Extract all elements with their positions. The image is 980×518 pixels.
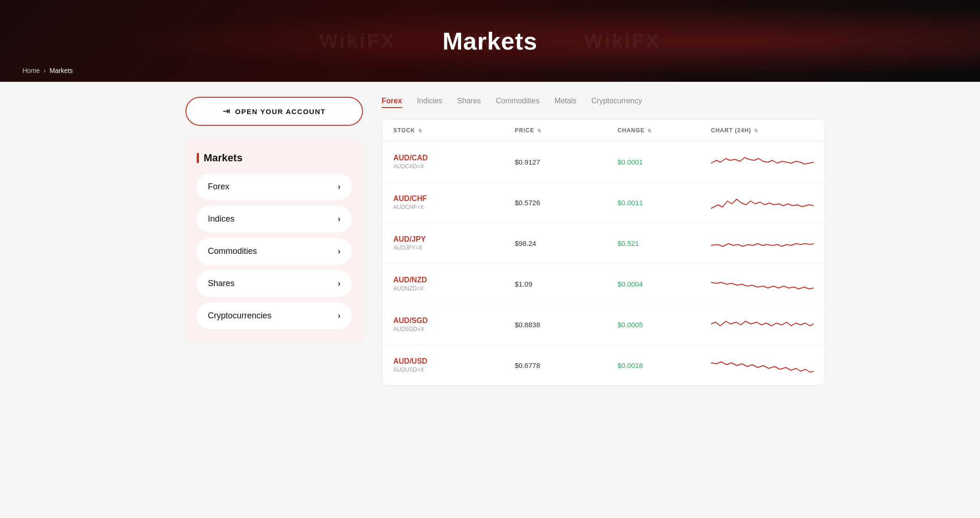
sidebar-item-indices[interactable]: Indices › <box>197 206 352 232</box>
change-cell: $0.0005 <box>618 321 711 329</box>
table-row: AUD/CAD AUDCAD=X $0.9127 $0.0001 <box>382 142 825 182</box>
tab-metals[interactable]: Metals <box>554 97 576 108</box>
chevron-right-icon: › <box>338 246 341 256</box>
change-cell: $0.0011 <box>618 199 711 207</box>
mini-chart-svg <box>711 150 814 173</box>
mini-chart-svg <box>711 313 814 336</box>
title-accent-bar <box>197 153 199 163</box>
mini-chart-svg <box>711 353 814 377</box>
change-cell: $0.0001 <box>618 158 711 166</box>
sidebar-item-label: Shares <box>208 279 234 288</box>
chart-cell <box>711 150 814 173</box>
stock-symbol: AUDCHF=X <box>393 204 515 210</box>
th-change[interactable]: CHANGE ⇅ <box>618 127 711 134</box>
th-chart[interactable]: CHART (24H) ⇅ <box>711 127 814 134</box>
change-cell: $0.0018 <box>618 361 711 369</box>
stock-cell: AUD/JPY AUDJPY=X <box>393 235 515 251</box>
table-row: AUD/CHF AUDCHF=X $0.5726 $0.0011 <box>382 182 825 223</box>
chevron-right-icon: › <box>338 279 341 288</box>
sidebar-item-forex[interactable]: Forex › <box>197 173 352 200</box>
stock-name: AUD/SGD <box>393 317 515 325</box>
sort-icon: ⇅ <box>754 128 758 133</box>
mini-chart-svg <box>711 272 814 295</box>
login-icon: ⇥ <box>223 106 231 116</box>
stock-symbol: AUDSGD=X <box>393 326 515 332</box>
price-cell: $98.24 <box>515 239 618 247</box>
market-table: STOCK ⇅ PRICE ⇅ CHANGE ⇅ CHART (24H) ⇅ <box>382 119 825 386</box>
sidebar-item-cryptocurrencies[interactable]: Cryptocurrencies › <box>197 302 352 329</box>
stock-cell: AUD/NZD AUDNZD=X <box>393 276 515 292</box>
sidebar-item-commodities[interactable]: Commodities › <box>197 238 352 265</box>
table-row: AUD/JPY AUDJPY=X $98.24 $0.521 <box>382 223 825 264</box>
stock-cell: AUD/SGD AUDSGD=X <box>393 317 515 332</box>
sidebar: ⇥ OPEN YOUR ACCOUNT Markets Forex › Indi… <box>185 97 363 386</box>
stock-name: AUD/NZD <box>393 276 515 284</box>
chart-cell <box>711 231 814 255</box>
sort-icon: ⇅ <box>537 128 541 133</box>
stock-name: AUD/USD <box>393 357 515 366</box>
mini-chart-svg <box>711 231 814 255</box>
chart-cell <box>711 353 814 377</box>
mini-chart-svg <box>711 191 814 214</box>
chevron-right-icon: › <box>338 214 341 224</box>
market-tabs: Forex Indicies Shares Commodities Metals… <box>382 97 825 108</box>
stock-symbol: AUDNZD=X <box>393 285 515 292</box>
sort-icon: ⇅ <box>647 128 652 133</box>
breadcrumb-home[interactable]: Home <box>22 67 40 74</box>
hero-section: WikiFX WikiFX WikiFX Markets Home › Mark… <box>0 0 980 82</box>
page-title: Markets <box>442 27 538 55</box>
markets-card-title: Markets <box>197 152 352 164</box>
breadcrumb-current: Markets <box>50 67 73 74</box>
table-row: AUD/NZD AUDNZD=X $1.09 $0.0004 <box>382 264 825 304</box>
tab-commodities[interactable]: Commodities <box>496 97 540 108</box>
breadcrumb: Home › Markets <box>22 67 73 74</box>
table-row: AUD/SGD AUDSGD=X $0.8838 $0.0005 <box>382 304 825 345</box>
sidebar-item-label: Indices <box>208 214 234 224</box>
main-layout: ⇥ OPEN YOUR ACCOUNT Markets Forex › Indi… <box>163 82 817 401</box>
sidebar-item-label: Commodities <box>208 246 257 256</box>
change-cell: $0.0004 <box>618 280 711 288</box>
table-header: STOCK ⇅ PRICE ⇅ CHANGE ⇅ CHART (24H) ⇅ <box>382 120 825 142</box>
table-row: AUD/USD AUDUSD=X $0.6778 $0.0018 <box>382 345 825 385</box>
open-account-label: OPEN YOUR ACCOUNT <box>235 108 326 115</box>
price-cell: $0.9127 <box>515 158 618 166</box>
chart-cell <box>711 313 814 336</box>
tab-cryptocurrency[interactable]: Cryptocurrency <box>591 97 642 108</box>
chevron-right-icon: › <box>338 311 341 321</box>
chevron-right-icon: › <box>338 182 341 192</box>
price-cell: $0.6778 <box>515 361 618 369</box>
th-price[interactable]: PRICE ⇅ <box>515 127 618 134</box>
right-content: Forex Indicies Shares Commodities Metals… <box>382 97 825 386</box>
chart-cell <box>711 191 814 214</box>
stock-cell: AUD/CHF AUDCHF=X <box>393 194 515 210</box>
markets-card: Markets Forex › Indices › Commodities › … <box>185 139 363 342</box>
stock-symbol: AUDCAD=X <box>393 163 515 170</box>
sidebar-item-shares[interactable]: Shares › <box>197 270 352 297</box>
price-cell: $1.09 <box>515 280 618 288</box>
th-stock[interactable]: STOCK ⇅ <box>393 127 515 134</box>
tab-indicies[interactable]: Indicies <box>417 97 442 108</box>
markets-label: Markets <box>204 152 242 164</box>
stock-symbol: AUDJPY=X <box>393 245 515 251</box>
stock-cell: AUD/CAD AUDCAD=X <box>393 154 515 170</box>
stock-name: AUD/JPY <box>393 235 515 244</box>
stock-name: AUD/CHF <box>393 194 515 203</box>
stock-symbol: AUDUSD=X <box>393 367 515 373</box>
stock-name: AUD/CAD <box>393 154 515 162</box>
price-cell: $0.8838 <box>515 321 618 329</box>
chart-cell <box>711 272 814 295</box>
sort-icon: ⇅ <box>418 128 422 133</box>
stock-cell: AUD/USD AUDUSD=X <box>393 357 515 373</box>
change-cell: $0.521 <box>618 239 711 247</box>
sidebar-item-label: Cryptocurrencies <box>208 311 271 321</box>
sidebar-item-label: Forex <box>208 182 229 192</box>
breadcrumb-separator: › <box>43 67 46 74</box>
open-account-button[interactable]: ⇥ OPEN YOUR ACCOUNT <box>185 97 363 126</box>
tab-forex[interactable]: Forex <box>382 97 402 108</box>
price-cell: $0.5726 <box>515 199 618 207</box>
tab-shares[interactable]: Shares <box>457 97 481 108</box>
